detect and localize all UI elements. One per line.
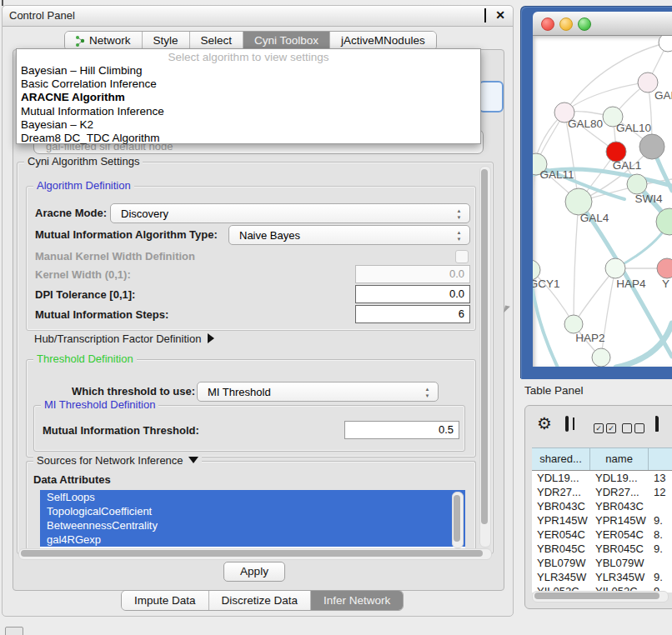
algorithm-option[interactable]: Basic Correlation Inference (17, 78, 480, 91)
attribute-list-item[interactable]: BetweennessCentrality (40, 518, 465, 532)
mi-type-label: Mutual Information Algorithm Type: (35, 228, 218, 241)
network-node-hap4[interactable] (605, 258, 625, 278)
table-row[interactable]: YBL079W YBL079W (532, 556, 672, 570)
apply-button[interactable]: Apply (223, 562, 285, 582)
tab-infer-network[interactable]: Infer Network (311, 591, 403, 610)
algorithm-option[interactable]: Bayesian – Hill Climbing (17, 64, 480, 78)
spinner-arrows-icon[interactable]: ▲▼ (455, 229, 463, 242)
tab-style[interactable]: Style (143, 32, 190, 50)
table-row[interactable]: YBR043C YBR043C (532, 499, 672, 513)
network-edge (574, 268, 615, 324)
cell-value: 13 (649, 471, 672, 485)
kernel-width-input[interactable] (355, 265, 470, 283)
settings-vertical-scrollbar[interactable] (479, 166, 491, 548)
tab-infer-network-label: Infer Network (323, 594, 390, 607)
tab-style-label: Style (153, 32, 178, 50)
focused-combobox-fragment[interactable] (479, 81, 504, 112)
table-row[interactable]: YLR345W YLR345W 9. (532, 570, 672, 584)
hub-definition-toggle[interactable]: Hub/Transcription Factor Definition (34, 332, 214, 345)
network-node[interactable] (592, 348, 610, 367)
algorithm-option[interactable]: Mutual Information Inference (17, 105, 480, 118)
algorithm-dropdown-list: Bayesian – Hill ClimbingBasic Correlatio… (17, 64, 480, 145)
network-view-frame[interactable]: GALGAL80GAL10GAL1GAL11SWI4GAL4GCY1HAP4YH… (521, 7, 672, 379)
attribute-list-item[interactable]: gal4RGexp (40, 532, 465, 547)
network-node-label: Y (662, 278, 669, 290)
table-row[interactable]: YER054C YER054C 8. (532, 528, 672, 542)
network-node[interactable] (659, 36, 672, 52)
table-panel: ⚙ ✓✓ shared... name YDL19... YDL19... 13 (524, 405, 672, 609)
cell-name: YBL079W (590, 556, 649, 570)
mi-threshold-label: Mutual Information Threshold: (43, 424, 199, 437)
settings-horizontal-scrollbar[interactable] (18, 548, 492, 560)
cell-name: YBR043C (590, 499, 649, 513)
algorithm-option[interactable]: Dream8 DC_TDC Algorithm (17, 132, 480, 145)
partial-bottom-button[interactable] (5, 627, 23, 635)
algorithm-definition-title: Algorithm Definition (33, 179, 134, 192)
document-icon[interactable] (655, 418, 659, 430)
application-root: Control Panel ✕ Network Style Select Cyn… (0, 0, 672, 635)
control-panel-title: Control Panel (9, 9, 75, 22)
tab-cyni-toolbox[interactable]: Cyni Toolbox (243, 32, 330, 50)
mi-threshold-input[interactable] (344, 421, 459, 439)
algorithm-option[interactable]: ARACNE Algorithm (17, 91, 480, 104)
threshold-definition-group: Threshold Definition Which threshold to … (26, 359, 476, 458)
cell-shared-name: YPR145W (532, 513, 590, 528)
minimize-traffic-light[interactable] (559, 18, 573, 31)
cell-shared-name: YDR27... (532, 485, 590, 499)
float-window-icon[interactable] (479, 10, 491, 22)
sources-title[interactable]: Sources for Network Inference (33, 454, 202, 467)
column-header-shared-name[interactable]: shared... (532, 448, 590, 470)
column-header-name[interactable]: name (590, 448, 649, 470)
which-threshold-combobox[interactable]: MI Threshold ▲▼ (197, 382, 439, 402)
algorithm-dropdown-prompt: Select algorithm to view settings (17, 51, 480, 64)
attribute-list-item[interactable]: SelfLoops (40, 490, 465, 504)
deselect-all-checkboxes-icon[interactable] (622, 421, 647, 433)
aracne-mode-combobox[interactable]: Discovery ▲▼ (110, 203, 470, 223)
network-node-hap2[interactable] (564, 315, 583, 333)
network-canvas[interactable]: GALGAL80GAL10GAL1GAL11SWI4GAL4GCY1HAP4YH… (533, 36, 672, 367)
tab-network-label: Network (89, 32, 131, 50)
columns-icon[interactable] (565, 418, 569, 430)
attributes-scrollbar[interactable] (452, 492, 464, 548)
tab-impute-data[interactable]: Impute Data (122, 591, 209, 610)
zoom-traffic-light[interactable] (578, 18, 591, 31)
spinner-arrows-icon[interactable]: ▲▼ (455, 208, 463, 221)
network-view-titlebar[interactable] (533, 12, 672, 36)
table-header-row: shared... name (532, 448, 672, 471)
select-all-checkboxes-icon[interactable]: ✓✓ (594, 421, 619, 433)
network-edge (574, 202, 579, 324)
tab-jactivemnodules[interactable]: jActiveMNodules (330, 32, 436, 50)
table-row[interactable]: YDR27... YDR27... 12 (532, 485, 672, 499)
table-row[interactable]: YDL19... YDL19... 13 (532, 471, 672, 485)
control-panel-titlebar[interactable]: Control Panel ✕ (3, 6, 513, 27)
network-node-label: GAL11 (539, 168, 574, 181)
network-node-label: HAP4 (616, 278, 646, 290)
network-node[interactable] (656, 208, 672, 235)
node-table: shared... name YDL19... YDL19... 13 YDR2… (532, 448, 672, 592)
network-node[interactable] (639, 134, 664, 159)
attribute-list-item[interactable]: TopologicalCoefficient (40, 504, 465, 518)
close-traffic-light[interactable] (541, 18, 554, 31)
network-node-y[interactable] (657, 258, 672, 278)
close-icon[interactable]: ✕ (494, 10, 506, 22)
dpi-tolerance-input[interactable] (355, 285, 470, 303)
algorithm-option[interactable]: Bayesian – K2 (17, 118, 480, 132)
cell-shared-name: YBR045C (532, 542, 590, 556)
table-row[interactable]: YBR045C YBR045C 9. (532, 542, 672, 556)
manual-kernel-checkbox[interactable] (455, 250, 469, 263)
cell-value: 8. (649, 528, 672, 542)
column-header-clipped[interactable] (649, 448, 672, 470)
table-row[interactable]: YPR145W YPR145W 9. (532, 513, 672, 528)
network-node-label: HAP2 (575, 332, 604, 344)
table-horizontal-scrollbar[interactable] (532, 591, 669, 602)
network-node-label: GAL10 (616, 122, 651, 134)
gear-icon[interactable]: ⚙ (537, 413, 552, 433)
tab-network[interactable]: Network (65, 32, 143, 50)
mi-steps-input[interactable] (355, 305, 470, 323)
algorithm-definition-group: Algorithm Definition Aracne Mode: Discov… (26, 186, 476, 331)
network-node-swi4[interactable] (627, 174, 647, 194)
tab-discretize-data[interactable]: Discretize Data (209, 591, 312, 610)
spinner-arrows-icon[interactable]: ▲▼ (424, 386, 431, 399)
mi-type-combobox[interactable]: Naive Bayes ▲▼ (228, 225, 470, 245)
tab-select[interactable]: Select (190, 32, 244, 50)
